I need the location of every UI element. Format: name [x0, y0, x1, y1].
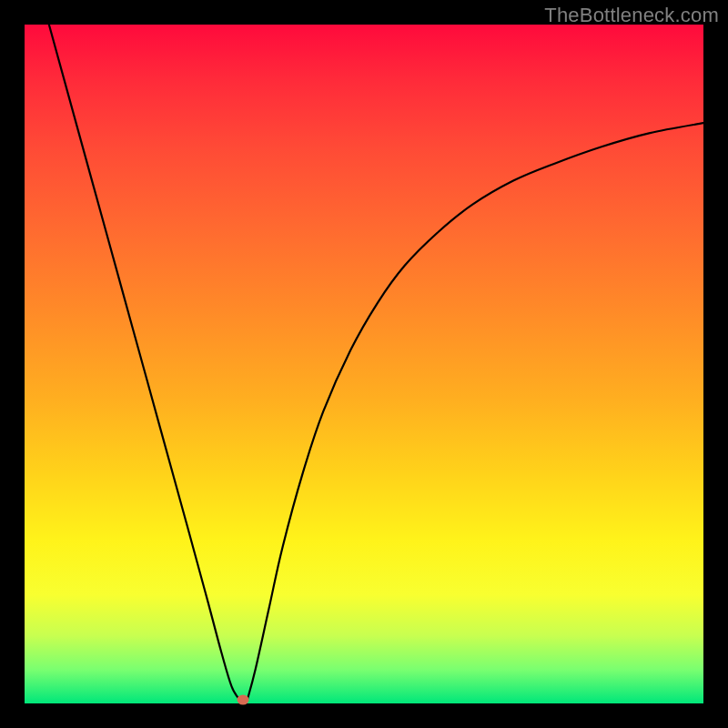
bottleneck-curve	[25, 25, 703, 703]
optimum-marker	[238, 695, 249, 705]
curve-left-branch	[49, 25, 240, 700]
curve-right-branch	[248, 123, 703, 700]
chart-frame: TheBottleneck.com	[0, 0, 728, 728]
plot-area	[25, 25, 703, 703]
watermark-text: TheBottleneck.com	[544, 4, 719, 27]
